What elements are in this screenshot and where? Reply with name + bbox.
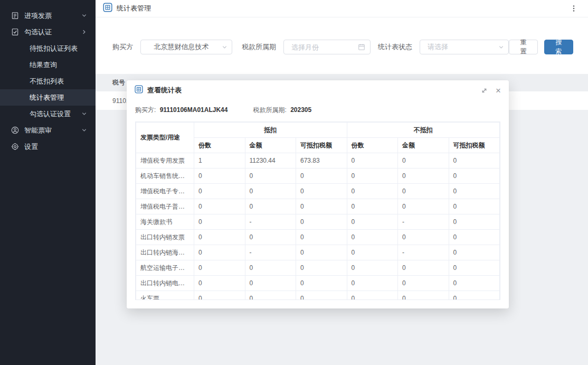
stat-value-cell: 0 [296, 169, 347, 184]
period-picker[interactable] [283, 40, 371, 54]
stat-value-cell: 0 [449, 199, 500, 214]
stat-value-cell: 0 [296, 245, 347, 260]
stats-page-icon [103, 3, 112, 14]
stat-value-cell: 0 [194, 276, 245, 291]
calendar-icon [358, 43, 365, 51]
stats-table-row: 增值税电子普通发票(...000000 [136, 199, 500, 214]
invoice-type-column-header: 发票类型/用途 [136, 123, 194, 153]
sidebar-item-statistics-management[interactable]: 统计表管理 [0, 89, 96, 106]
stat-value-cell: 0 [194, 245, 245, 260]
page-title: 统计表管理 [117, 4, 151, 13]
sidebar-item-check-certification[interactable]: 勾选认证 [0, 24, 96, 40]
sidebar-item-smart-review[interactable]: 智能票审 [0, 122, 96, 138]
close-icon[interactable]: × [496, 86, 501, 95]
stat-value-cell: 0 [449, 184, 500, 199]
more-options-icon[interactable] [570, 5, 577, 12]
stat-value-cell: - [398, 214, 449, 230]
stat-value-cell: 0 [398, 153, 449, 169]
sidebar-item-label: 不抵扣列表 [30, 77, 87, 86]
stat-value-cell: 0 [347, 153, 398, 169]
invoice-type-cell: 出口转内销海关缴款书 [136, 245, 194, 260]
sidebar-item-settings[interactable]: 设置 [0, 138, 96, 155]
verify-check-icon [11, 28, 19, 36]
chevron-down-icon [498, 44, 504, 50]
chevron-down-icon [222, 44, 227, 50]
stat-value-cell: 0 [347, 291, 398, 301]
stat-value-cell: 673.83 [296, 153, 347, 169]
invoice-type-cell: 增值税电子普通发票(... [136, 199, 194, 214]
stat-value-cell: 0 [347, 169, 398, 184]
stat-value-cell: - [398, 245, 449, 260]
stats-table-row: 海关缴款书0-00-0 [136, 214, 500, 230]
expand-icon[interactable] [481, 87, 488, 94]
stat-value-cell: 0 [398, 260, 449, 276]
stat-value-cell: 0 [398, 230, 449, 245]
stat-value-cell: - [245, 214, 296, 230]
buyer-select[interactable]: 北京慧财信息技术 [140, 40, 232, 54]
buyer-select-value: 北京慧财信息技术 [141, 42, 222, 52]
stat-value-cell: 1 [194, 153, 245, 169]
stats-table-row: 增值税专用发票111230.44673.83000 [136, 153, 500, 169]
stat-value-cell: 0 [296, 291, 347, 301]
stat-value-cell: 0 [296, 199, 347, 214]
stat-value-cell: 0 [245, 184, 296, 199]
stat-value-cell: 0 [194, 169, 245, 184]
gear-icon [11, 143, 19, 151]
modal-header: 查看统计表 × [127, 80, 509, 100]
stat-value-cell: 0 [398, 169, 449, 184]
stat-value-cell: 0 [398, 291, 449, 301]
stats-table-group-header-row: 发票类型/用途 抵扣 不抵扣 [136, 123, 500, 138]
stats-modal-icon [135, 85, 143, 96]
amount-column-header: 金额 [398, 138, 449, 153]
stat-value-cell: 0 [296, 230, 347, 245]
stat-value-cell: 11230.44 [245, 153, 296, 169]
stats-table-row: 机动车销售统一发票000000 [136, 169, 500, 184]
count-column-header: 份数 [194, 138, 245, 153]
sidebar-item-label: 待抵扣认证列表 [30, 44, 87, 53]
stats-table-container[interactable]: 发票类型/用途 抵扣 不抵扣 份数 金额 可抵扣税额 份数 金额 可抵扣税额 增… [135, 121, 500, 300]
sidebar: 进项发票 勾选认证 待抵扣认证列表 结果查询 不抵扣列表 统计表管理 [0, 0, 96, 365]
stat-value-cell: 0 [296, 260, 347, 276]
chevron-right-icon [81, 29, 87, 35]
period-month-input[interactable] [284, 43, 358, 51]
sidebar-item-pending-deduction-list[interactable]: 待抵扣认证列表 [0, 40, 96, 57]
stats-table-row: 出口转内销海关缴款书0-00-0 [136, 245, 500, 260]
modal-buyer-label: 购买方: [135, 106, 156, 114]
stat-value-cell: - [245, 245, 296, 260]
sidebar-item-input-invoices[interactable]: 进项发票 [0, 7, 96, 24]
status-label: 统计表状态 [378, 42, 412, 52]
modal-title: 查看统计表 [147, 86, 182, 95]
stat-value-cell: 0 [347, 199, 398, 214]
stat-value-cell: 0 [347, 214, 398, 230]
stats-table: 发票类型/用途 抵扣 不抵扣 份数 金额 可抵扣税额 份数 金额 可抵扣税额 增… [136, 122, 500, 300]
stat-value-cell: 0 [194, 184, 245, 199]
stat-value-cell: 0 [194, 291, 245, 301]
stats-table-row: 航空运输电子客票行...000000 [136, 260, 500, 276]
chevron-down-icon [81, 13, 87, 19]
sidebar-item-result-query[interactable]: 结果查询 [0, 57, 96, 73]
non-deduct-group-header: 不抵扣 [347, 123, 500, 138]
period-label: 税款所属期 [242, 42, 276, 52]
count-column-header: 份数 [347, 138, 398, 153]
stat-value-cell: 0 [347, 230, 398, 245]
stat-value-cell: 0 [347, 260, 398, 276]
stat-value-cell: 0 [245, 230, 296, 245]
sidebar-item-check-certification-settings[interactable]: 勾选认证设置 [0, 106, 96, 122]
invoice-type-cell: 出口转内销电子专用... [136, 276, 194, 291]
sidebar-item-label: 统计表管理 [30, 93, 87, 102]
sidebar-item-non-deduction-list[interactable]: 不抵扣列表 [0, 73, 96, 89]
sidebar-item-label: 勾选认证设置 [30, 109, 81, 119]
view-stats-modal: 查看统计表 × 购买方: 91110106MA01ALJK44 税款所属期: 2… [127, 80, 509, 308]
status-select[interactable]: 请选择 [420, 40, 509, 54]
invoice-type-cell: 海关缴款书 [136, 214, 194, 230]
stat-value-cell: 0 [245, 260, 296, 276]
invoice-type-cell: 出口转内销发票 [136, 230, 194, 245]
invoice-type-cell: 增值税专用发票 [136, 153, 194, 169]
stat-value-cell: 0 [449, 169, 500, 184]
sidebar-item-label: 智能票审 [24, 126, 81, 135]
deductible-tax-column-header: 可抵扣税额 [449, 138, 500, 153]
stat-value-cell: 0 [296, 276, 347, 291]
buyer-label: 购买方 [112, 42, 133, 52]
reset-button[interactable]: 重置 [509, 40, 538, 54]
search-button[interactable]: 搜索 [544, 40, 573, 54]
